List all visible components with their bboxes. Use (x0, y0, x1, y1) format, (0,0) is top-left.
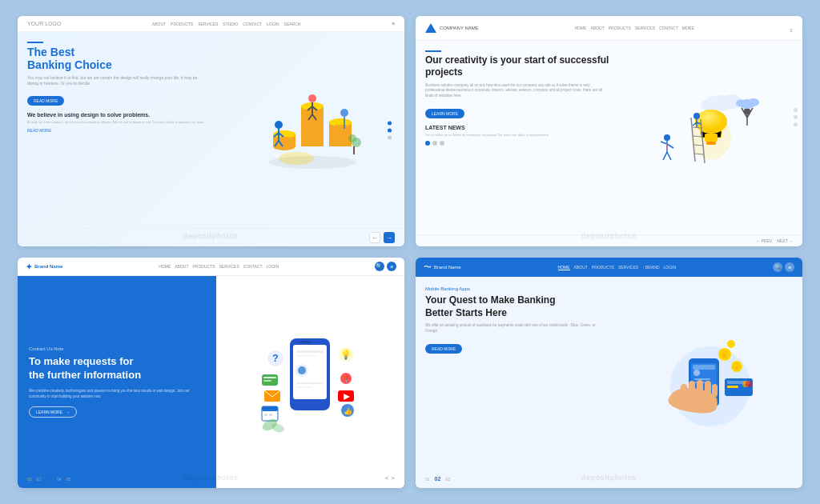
panel1-subtitle: We believe in using design to solve prob… (27, 112, 208, 118)
svg-rect-41 (706, 142, 716, 145)
panel3-nav-links: HOME ABOUT PRODUCTS SERVICES CONTACT LOG… (159, 264, 279, 269)
svg-rect-116 (727, 386, 738, 388)
svg-point-99 (693, 370, 700, 376)
svg-rect-73 (296, 382, 324, 384)
panel3-left: Contact Us Now To make requests for the … (18, 276, 216, 488)
svg-point-15 (329, 125, 352, 133)
svg-point-39 (695, 110, 727, 134)
panel3-contact-label: Contact Us Now (29, 346, 205, 351)
svg-point-118 (746, 381, 752, 387)
panel1-right (215, 38, 396, 222)
svg-line-61 (661, 142, 667, 144)
panel3-right: ? 💡 (216, 276, 405, 488)
search-icon[interactable]: 🔍 (375, 262, 384, 271)
svg-rect-100 (694, 378, 710, 380)
svg-point-57 (748, 98, 759, 106)
panel4-logo: 〜 Brand Name (424, 262, 461, 273)
svg-rect-68 (300, 341, 312, 343)
sidebar-dot-3 (794, 122, 798, 126)
svg-point-58 (736, 100, 746, 107)
panel2-nav-right: ≡ (790, 21, 793, 35)
panel3-pagination: 01 02 03 04 05 (27, 476, 70, 482)
svg-text:$: $ (723, 353, 726, 359)
panel1-read-more-link[interactable]: READ MORE (27, 128, 208, 133)
panel3-prev-arrow[interactable]: < (385, 474, 389, 482)
svg-rect-105 (705, 381, 711, 395)
panel2-company-name: COMPANY NAME (440, 26, 479, 30)
panel1-read-more-btn[interactable]: READ MORE (27, 96, 64, 106)
menu-icon[interactable]: ≡ (387, 262, 396, 271)
svg-point-36 (701, 99, 717, 110)
panel4-search-icon[interactable]: 🔍 (773, 262, 782, 272)
panel4-nav-icons: 🔍 ≡ (773, 262, 794, 272)
svg-text:?: ? (273, 353, 279, 364)
panel2-right (609, 47, 794, 228)
panel2-nav-links: HOME ABOUT PRODUCTS SERVICES CONTACT MOR… (574, 26, 693, 30)
panel4-right: $ $ (613, 283, 794, 482)
panel4-read-more-btn[interactable]: READ MORE (425, 344, 462, 354)
sidebar-dot-1 (794, 108, 798, 112)
sidebar-dot-2 (794, 115, 798, 119)
hamburger-icon[interactable]: ≡ (392, 21, 395, 26)
svg-point-16 (268, 156, 356, 169)
svg-point-113 (727, 340, 735, 348)
panel1-desc: You may not believe it at first, but we … (27, 75, 208, 86)
decorative-line (27, 42, 43, 43)
panel1-left: The Best Banking Choice You may not beli… (27, 38, 208, 222)
panel2-desc: Business solution company all on any how… (425, 83, 609, 99)
panel4-left: Mobile Banking Apps Your Quest to Make B… (425, 283, 606, 482)
watermark: depositphotos (183, 474, 239, 482)
panel3-body: Contact Us Now To make requests for the … (18, 276, 404, 488)
panel1-desc2: At work we lorem stauam, aput nostrud ex… (27, 120, 208, 125)
svg-line-63 (663, 152, 667, 160)
panel2-body: Our creativity is your start of successf… (416, 41, 802, 234)
panel4-desc: We offer an amazing amount of cashback f… (425, 323, 606, 334)
panel4-app-label: Mobile Banking Apps (425, 286, 606, 291)
main-grid: YOUR LOGO ABOUT PRODUCTS SERVICES STUDIO… (18, 16, 802, 488)
svg-text:💡: 💡 (340, 349, 352, 360)
panel-creativity: COMPANY NAME HOME ABOUT PRODUCTS SERVICE… (416, 16, 802, 246)
svg-rect-84 (262, 406, 278, 411)
svg-line-62 (667, 144, 673, 148)
panel3-next-arrow[interactable]: > (391, 474, 395, 482)
watermark: depositphotos (183, 232, 239, 240)
panel2-news-title: LATEST NEWS (425, 125, 609, 130)
wave-logo-icon: 〜 (424, 262, 432, 273)
svg-rect-104 (697, 380, 703, 394)
panel1-sidebar-dots (388, 121, 392, 139)
watermark: depositphotos (581, 474, 637, 482)
panel2-next-btn[interactable]: NEXT → (777, 238, 793, 243)
panel1-next-btn[interactable]: → (384, 232, 395, 243)
news-dot-2 (432, 141, 437, 146)
panel2-sidebar-right (794, 108, 798, 126)
svg-text:👍: 👍 (344, 406, 353, 416)
panel4-pagination: 01 02 03 (425, 476, 450, 482)
panel2-prev-btn[interactable]: ← PREV (756, 238, 772, 243)
panel2-hamburger-icon[interactable]: ≡ (790, 28, 793, 33)
panel1-nav: YOUR LOGO ABOUT PRODUCTS SERVICES STUDIO… (18, 16, 404, 32)
svg-point-48 (693, 113, 700, 119)
panel2-left: Our creativity is your start of successf… (425, 47, 609, 228)
panel2-nav: COMPANY NAME HOME ABOUT PRODUCTS SERVICE… (416, 16, 802, 41)
svg-point-23 (308, 94, 316, 102)
triangle-logo-icon (425, 23, 436, 33)
watermark: depositphotos (581, 232, 637, 240)
panel-banking-choice: YOUR LOGO ABOUT PRODUCTS SERVICES STUDIO… (18, 16, 404, 246)
panel3-learn-more-btn[interactable]: LEARN MORE → (29, 406, 77, 418)
svg-rect-70 (296, 355, 316, 357)
star-logo-icon: ✦ (26, 262, 32, 271)
panel2-news-text: You or follow us au lorem du commodo con… (425, 133, 609, 138)
svg-point-32 (348, 134, 356, 142)
panel4-menu-icon[interactable]: ≡ (785, 262, 794, 272)
svg-rect-106 (712, 384, 718, 397)
svg-rect-80 (263, 377, 276, 378)
panel2-learn-more-btn[interactable]: LEARN MORE (425, 109, 464, 118)
panel1-title: The Best Banking Choice (27, 46, 208, 73)
panel1-nav-links: ABOUT PRODUCTS SERVICES STUDIO CONTACT L… (152, 22, 301, 26)
panel1-prev-btn[interactable]: ← (369, 232, 380, 243)
svg-rect-85 (264, 414, 267, 416)
panel1-nav-icons: ≡ (392, 21, 395, 26)
panel1-logo: YOUR LOGO (27, 21, 61, 26)
svg-rect-86 (269, 414, 272, 416)
arrow-right-icon: → (66, 410, 70, 414)
